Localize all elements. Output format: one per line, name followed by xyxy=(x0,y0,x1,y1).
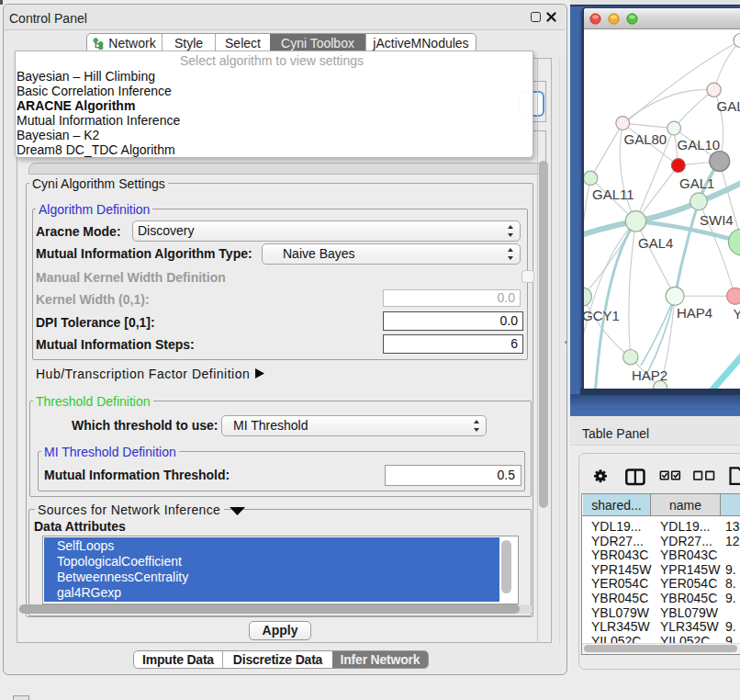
svg-text:GAL1: GAL1 xyxy=(679,175,714,191)
svg-text:HAP4: HAP4 xyxy=(677,305,712,321)
svg-text:GAL80: GAL80 xyxy=(624,131,667,147)
svg-text:GCY1: GCY1 xyxy=(584,308,620,323)
svg-text:HAP2: HAP2 xyxy=(632,367,667,383)
svg-text:GAL11: GAL11 xyxy=(592,186,634,202)
svg-text:GAL4: GAL4 xyxy=(638,235,673,251)
svg-text:Y: Y xyxy=(734,306,740,322)
svg-text:SWI4: SWI4 xyxy=(700,212,734,228)
svg-text:GAL: GAL xyxy=(717,98,740,114)
svg-text:GAL10: GAL10 xyxy=(678,137,721,152)
